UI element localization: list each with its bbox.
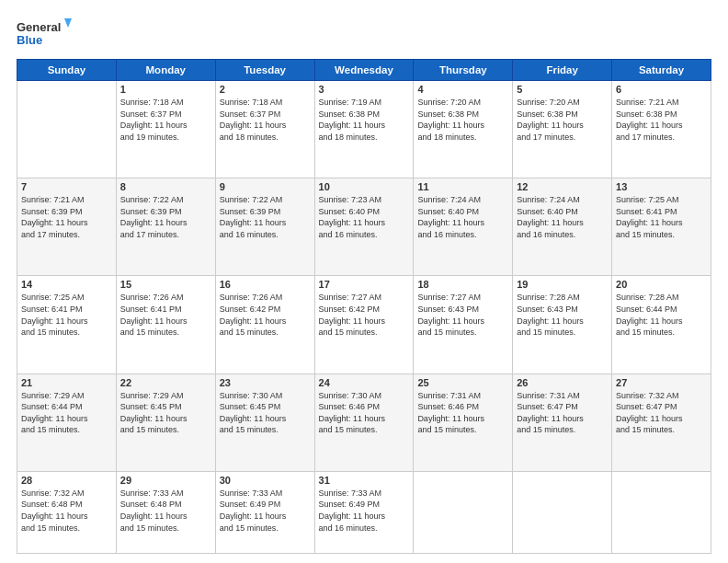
day-number: 28 [21,475,112,486]
logo: General Blue [17,17,72,50]
calendar-cell: 22Sunrise: 7:29 AMSunset: 6:45 PMDayligh… [116,373,215,471]
cell-info: Sunrise: 7:20 AMSunset: 6:38 PMDaylight:… [517,97,608,143]
weekday-header-row: SundayMondayTuesdayWednesdayThursdayFrid… [17,60,711,81]
cell-info: Sunrise: 7:18 AMSunset: 6:37 PMDaylight:… [220,97,311,143]
cell-info: Sunrise: 7:29 AMSunset: 6:44 PMDaylight:… [21,390,112,436]
calendar-cell: 19Sunrise: 7:28 AMSunset: 6:43 PMDayligh… [513,276,612,373]
day-number: 29 [120,475,211,486]
calendar-cell: 15Sunrise: 7:26 AMSunset: 6:41 PMDayligh… [116,276,215,373]
day-number: 10 [319,181,410,192]
calendar-cell [612,471,711,553]
day-number: 18 [417,279,508,290]
weekday-header-tuesday: Tuesday [215,60,314,81]
calendar-cell: 21Sunrise: 7:29 AMSunset: 6:44 PMDayligh… [17,373,117,471]
cell-info: Sunrise: 7:33 AMSunset: 6:49 PMDaylight:… [220,488,311,534]
day-number: 25 [417,377,508,388]
cell-info: Sunrise: 7:33 AMSunset: 6:49 PMDaylight:… [319,488,410,534]
cell-info: Sunrise: 7:30 AMSunset: 6:45 PMDaylight:… [220,390,311,436]
cell-info: Sunrise: 7:18 AMSunset: 6:37 PMDaylight:… [120,97,211,143]
day-number: 23 [220,377,311,388]
day-number: 11 [417,181,508,192]
cell-info: Sunrise: 7:31 AMSunset: 6:47 PMDaylight:… [517,390,608,436]
cell-info: Sunrise: 7:31 AMSunset: 6:46 PMDaylight:… [417,390,508,436]
day-number: 13 [616,181,707,192]
calendar-cell: 28Sunrise: 7:32 AMSunset: 6:48 PMDayligh… [17,471,117,553]
day-number: 17 [319,279,410,290]
svg-text:Blue: Blue [17,33,42,47]
cell-info: Sunrise: 7:22 AMSunset: 6:39 PMDaylight:… [220,194,311,240]
calendar-cell: 14Sunrise: 7:25 AMSunset: 6:41 PMDayligh… [17,276,117,373]
day-number: 3 [319,84,410,95]
day-number: 15 [120,279,211,290]
calendar-cell: 31Sunrise: 7:33 AMSunset: 6:49 PMDayligh… [314,471,414,553]
calendar-cell: 18Sunrise: 7:27 AMSunset: 6:43 PMDayligh… [414,276,513,373]
day-number: 2 [220,84,311,95]
cell-info: Sunrise: 7:28 AMSunset: 6:44 PMDaylight:… [616,292,707,338]
day-number: 27 [616,377,707,388]
cell-info: Sunrise: 7:27 AMSunset: 6:43 PMDaylight:… [417,292,508,338]
cell-info: Sunrise: 7:28 AMSunset: 6:43 PMDaylight:… [517,292,608,338]
day-number: 8 [120,181,211,192]
weekday-header-sunday: Sunday [17,60,117,81]
calendar-cell: 13Sunrise: 7:25 AMSunset: 6:41 PMDayligh… [612,178,711,276]
calendar-cell: 29Sunrise: 7:33 AMSunset: 6:48 PMDayligh… [116,471,215,553]
calendar-table: SundayMondayTuesdayWednesdayThursdayFrid… [17,59,711,554]
day-number: 14 [21,279,112,290]
logo-svg: General Blue [17,17,72,50]
day-number: 19 [517,279,608,290]
calendar-cell: 23Sunrise: 7:30 AMSunset: 6:45 PMDayligh… [215,373,314,471]
weekday-header-wednesday: Wednesday [314,60,414,81]
calendar-cell: 24Sunrise: 7:30 AMSunset: 6:46 PMDayligh… [314,373,414,471]
weekday-header-thursday: Thursday [414,60,513,81]
calendar-cell: 9Sunrise: 7:22 AMSunset: 6:39 PMDaylight… [215,178,314,276]
calendar-cell: 3Sunrise: 7:19 AMSunset: 6:38 PMDaylight… [314,81,414,178]
weekday-header-friday: Friday [513,60,612,81]
calendar-cell: 27Sunrise: 7:32 AMSunset: 6:47 PMDayligh… [612,373,711,471]
page: General Blue SundayMondayTuesdayWednesda… [0,0,728,563]
cell-info: Sunrise: 7:22 AMSunset: 6:39 PMDaylight:… [120,194,211,240]
calendar-cell: 10Sunrise: 7:23 AMSunset: 6:40 PMDayligh… [314,178,414,276]
day-number: 24 [319,377,410,388]
calendar-week-row: 14Sunrise: 7:25 AMSunset: 6:41 PMDayligh… [17,276,711,373]
calendar-cell [414,471,513,553]
day-number: 4 [417,84,508,95]
calendar-cell: 8Sunrise: 7:22 AMSunset: 6:39 PMDaylight… [116,178,215,276]
cell-info: Sunrise: 7:20 AMSunset: 6:38 PMDaylight:… [417,97,508,143]
calendar-cell: 17Sunrise: 7:27 AMSunset: 6:42 PMDayligh… [314,276,414,373]
calendar-cell: 7Sunrise: 7:21 AMSunset: 6:39 PMDaylight… [17,178,117,276]
day-number: 6 [616,84,707,95]
calendar-cell: 26Sunrise: 7:31 AMSunset: 6:47 PMDayligh… [513,373,612,471]
calendar-week-row: 7Sunrise: 7:21 AMSunset: 6:39 PMDaylight… [17,178,711,276]
cell-info: Sunrise: 7:25 AMSunset: 6:41 PMDaylight:… [616,194,707,240]
calendar-cell: 1Sunrise: 7:18 AMSunset: 6:37 PMDaylight… [116,81,215,178]
cell-info: Sunrise: 7:26 AMSunset: 6:42 PMDaylight:… [220,292,311,338]
day-number: 21 [21,377,112,388]
cell-info: Sunrise: 7:27 AMSunset: 6:42 PMDaylight:… [319,292,410,338]
calendar-cell: 2Sunrise: 7:18 AMSunset: 6:37 PMDaylight… [215,81,314,178]
cell-info: Sunrise: 7:32 AMSunset: 6:47 PMDaylight:… [616,390,707,436]
day-number: 5 [517,84,608,95]
day-number: 12 [517,181,608,192]
calendar-cell: 4Sunrise: 7:20 AMSunset: 6:38 PMDaylight… [414,81,513,178]
cell-info: Sunrise: 7:32 AMSunset: 6:48 PMDaylight:… [21,488,112,534]
weekday-header-monday: Monday [116,60,215,81]
day-number: 20 [616,279,707,290]
calendar-cell: 20Sunrise: 7:28 AMSunset: 6:44 PMDayligh… [612,276,711,373]
cell-info: Sunrise: 7:30 AMSunset: 6:46 PMDaylight:… [319,390,410,436]
calendar-week-row: 28Sunrise: 7:32 AMSunset: 6:48 PMDayligh… [17,471,711,553]
cell-info: Sunrise: 7:24 AMSunset: 6:40 PMDaylight:… [417,194,508,240]
calendar-cell: 11Sunrise: 7:24 AMSunset: 6:40 PMDayligh… [414,178,513,276]
calendar-week-row: 1Sunrise: 7:18 AMSunset: 6:37 PMDaylight… [17,81,711,178]
svg-text:General: General [17,20,61,34]
day-number: 26 [517,377,608,388]
header: General Blue [17,17,711,50]
calendar-cell: 5Sunrise: 7:20 AMSunset: 6:38 PMDaylight… [513,81,612,178]
cell-info: Sunrise: 7:19 AMSunset: 6:38 PMDaylight:… [319,97,410,143]
calendar-cell: 16Sunrise: 7:26 AMSunset: 6:42 PMDayligh… [215,276,314,373]
calendar-cell: 30Sunrise: 7:33 AMSunset: 6:49 PMDayligh… [215,471,314,553]
cell-info: Sunrise: 7:33 AMSunset: 6:48 PMDaylight:… [120,488,211,534]
day-number: 22 [120,377,211,388]
cell-info: Sunrise: 7:21 AMSunset: 6:38 PMDaylight:… [616,97,707,143]
svg-marker-2 [64,18,72,28]
cell-info: Sunrise: 7:23 AMSunset: 6:40 PMDaylight:… [319,194,410,240]
